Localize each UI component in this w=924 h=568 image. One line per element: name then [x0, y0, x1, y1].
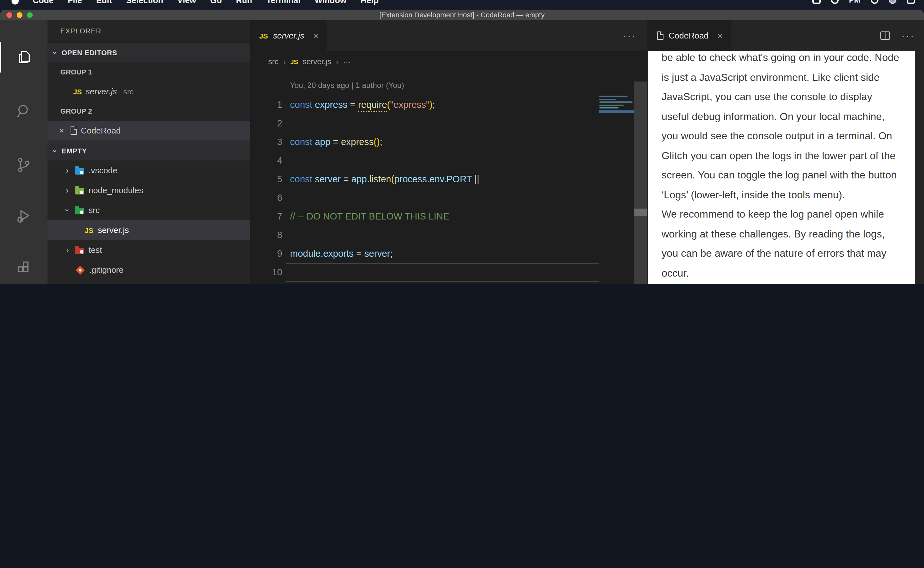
code-line-9[interactable]: 9module.exports = server;: [250, 245, 647, 263]
menu-item-file[interactable]: File: [68, 0, 82, 5]
tree-item-server-js[interactable]: JS server.js: [47, 220, 250, 240]
source-control-icon[interactable]: [0, 150, 47, 180]
screen: Code File Edit Selection View Go Run Ter…: [0, 0, 924, 284]
menu-item-code[interactable]: Code: [33, 0, 54, 5]
webview-scrollbar[interactable]: [915, 51, 924, 284]
sidebar-title: EXPLORER: [47, 20, 250, 42]
coderoad-webview: be able to check what's going on in your…: [648, 51, 915, 284]
code-line-10[interactable]: 10: [250, 263, 647, 282]
chevron-down-icon: ›: [50, 147, 60, 155]
close-tab-icon[interactable]: ×: [313, 30, 318, 41]
gitlens-blame-annotation[interactable]: You, 20 days ago | 1 author (You): [290, 81, 404, 90]
apple-icon[interactable]: [12, 0, 19, 4]
search-icon[interactable]: [0, 96, 47, 127]
siri-icon[interactable]: [889, 0, 897, 4]
chevron-right-icon: ›: [64, 186, 71, 195]
node-modules-folder-icon: [75, 188, 84, 194]
chevron-right-icon: ›: [64, 166, 71, 175]
test-folder-icon: [75, 248, 84, 254]
menu-item-terminal[interactable]: Terminal: [266, 0, 300, 5]
coderoad-panel: CodeRoad × ··· be able to check what's g…: [648, 20, 924, 284]
breadcrumb-separator-icon: ›: [336, 57, 339, 66]
tree-item-src[interactable]: › src: [47, 200, 250, 220]
panel-more-icon[interactable]: ···: [901, 30, 915, 41]
editor-group-1-label: GROUP 1: [47, 62, 250, 82]
tree-item-package-lock[interactable]: npm package-lock.json: [47, 280, 250, 284]
code-line-4[interactable]: 4: [250, 151, 647, 170]
code-line-7[interactable]: 7// -- DO NOT EDIT BELOW THIS LINE: [250, 207, 647, 226]
code-line-1[interactable]: 1const express = require("express");: [250, 96, 647, 114]
close-tab-icon[interactable]: ×: [717, 30, 722, 41]
code-line-5[interactable]: 5const server = app.listen(process.env.P…: [250, 170, 647, 189]
tree-item-test[interactable]: › test: [47, 240, 250, 260]
src-folder-icon: [75, 208, 84, 214]
open-editors-header[interactable]: › OPEN EDITORS: [47, 42, 250, 62]
code-editor[interactable]: 1const express = require("express");23co…: [250, 96, 647, 282]
file-path-detail: src: [123, 87, 133, 96]
breadcrumb[interactable]: src › JS server.js › ···: [250, 51, 647, 72]
explorer-sidebar: EXPLORER › OPEN EDITORS GROUP 1 JS serve…: [47, 20, 250, 284]
lesson-text: be able to check what's going on in your…: [648, 51, 915, 283]
window-title: [Extension Development Host] - CodeRoad …: [0, 11, 924, 19]
chevron-right-icon: ›: [64, 245, 71, 255]
battery-icon[interactable]: [812, 0, 821, 3]
chevron-down-icon: ›: [50, 49, 60, 56]
tree-item-vscode[interactable]: › .vscode: [47, 160, 250, 180]
run-debug-icon[interactable]: [0, 201, 47, 232]
activity-bar: [0, 20, 47, 284]
indent-guide: [69, 220, 69, 240]
spotlight-icon[interactable]: [871, 0, 879, 4]
tab-coderoad[interactable]: CodeRoad ×: [648, 20, 732, 51]
menu-item-edit[interactable]: Edit: [96, 0, 112, 5]
extensions-icon[interactable]: [0, 252, 47, 283]
code-line-6[interactable]: 6: [250, 189, 647, 207]
close-icon[interactable]: ×: [56, 126, 67, 135]
wifi-icon[interactable]: [831, 0, 839, 4]
menu-item-selection[interactable]: Selection: [126, 0, 163, 5]
editor-group: JS server.js × ··· src › JS server.js › …: [250, 20, 647, 284]
editor-group-2-label: GROUP 2: [47, 101, 250, 121]
menu-item-help[interactable]: Help: [360, 0, 378, 5]
window-title-bar[interactable]: [Extension Development Host] - CodeRoad …: [0, 10, 924, 20]
folder-section-header[interactable]: › EMPTY: [47, 140, 250, 160]
split-editor-icon[interactable]: [880, 32, 890, 40]
editor-scrollbar[interactable]: [634, 82, 647, 284]
open-editor-server-js[interactable]: JS server.js src: [47, 82, 250, 101]
code-line-2[interactable]: 2: [250, 114, 647, 133]
vscode-window: [Extension Development Host] - CodeRoad …: [0, 10, 924, 284]
macos-menu-bar: Code File Edit Selection View Go Run Ter…: [0, 0, 924, 10]
open-editor-coderoad[interactable]: × CodeRoad: [47, 121, 250, 140]
js-file-icon: JS: [73, 88, 82, 95]
explorer-icon[interactable]: [0, 42, 47, 73]
git-icon: [76, 265, 85, 274]
vscode-folder-icon: [75, 168, 84, 174]
webview-file-icon: [657, 32, 663, 40]
minimap-current-line: [599, 110, 634, 113]
menu-item-window[interactable]: Window: [314, 0, 346, 5]
chevron-down-icon: ›: [63, 207, 72, 213]
js-file-icon: JS: [290, 58, 298, 65]
breadcrumb-separator-icon: ›: [283, 57, 286, 66]
menu-item-go[interactable]: Go: [210, 0, 222, 5]
tree-item-gitignore[interactable]: .gitignore: [47, 260, 250, 280]
js-file-icon: JS: [259, 32, 268, 39]
code-line-3[interactable]: 3const app = express();: [250, 133, 647, 151]
code-line-8[interactable]: 8: [250, 226, 647, 245]
control-center-icon[interactable]: [907, 0, 915, 3]
menu-clock[interactable]: PM: [849, 0, 861, 5]
webview-file-icon: [71, 127, 77, 135]
tree-item-node-modules[interactable]: › node_modules: [47, 180, 250, 200]
tab-server-js[interactable]: JS server.js ×: [250, 20, 327, 51]
editor-actions-more-icon[interactable]: ···: [623, 20, 636, 51]
js-file-icon: JS: [85, 226, 93, 234]
minimap[interactable]: [599, 96, 634, 173]
menu-item-run[interactable]: Run: [236, 0, 252, 5]
editor-tab-bar: JS server.js × ···: [250, 20, 647, 51]
menu-item-view[interactable]: View: [178, 0, 196, 5]
